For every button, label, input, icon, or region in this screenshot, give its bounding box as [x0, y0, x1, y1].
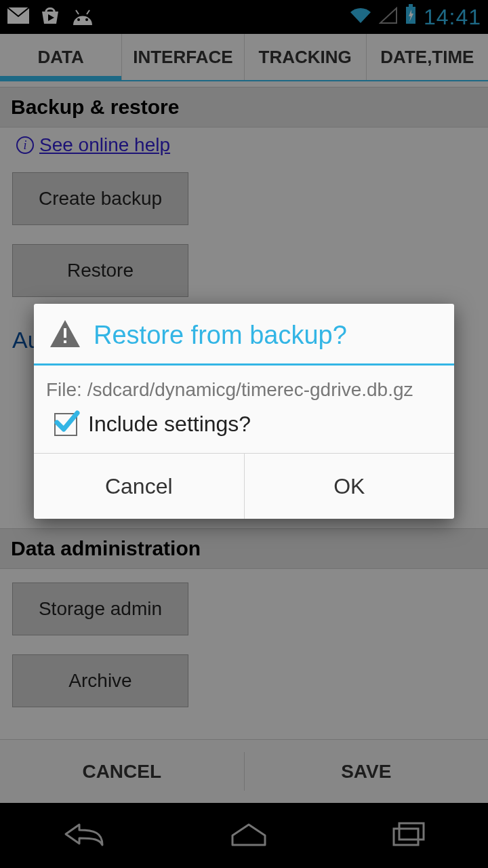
warning-icon: [49, 319, 81, 351]
include-settings-checkbox[interactable]: Include settings?: [46, 412, 442, 437]
restore-dialog: Restore from backup? File: /sdcard/dynam…: [34, 304, 454, 519]
svg-rect-14: [64, 340, 66, 343]
svg-rect-13: [64, 328, 66, 338]
dialog-title: Restore from backup?: [94, 321, 347, 350]
dialog-ok-button[interactable]: OK: [245, 454, 455, 519]
dialog-cancel-button[interactable]: Cancel: [34, 454, 244, 519]
checkbox-icon: [54, 413, 77, 436]
dialog-file-label: File: /sdcard/dynamicg/timerec-gdrive.db…: [46, 379, 442, 401]
checkbox-label: Include settings?: [88, 412, 251, 437]
